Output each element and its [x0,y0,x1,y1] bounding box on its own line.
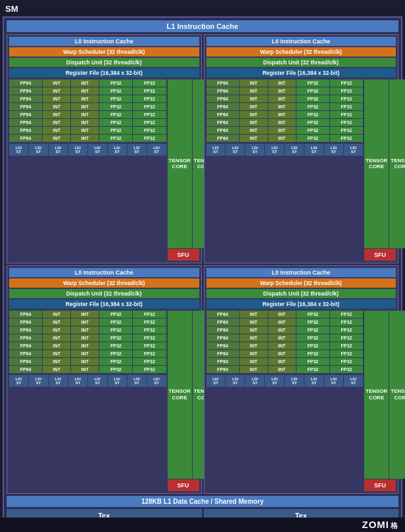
cu-row: FP64INTINTFP32FP32 [9,87,166,95]
sfu-0: SFU [168,249,199,261]
cu-row: FP64INTINTFP32FP32 [206,87,364,95]
cu-row: FP64INTINTFP32FP32 [206,135,364,142]
footer-bar: ZOMI格 [0,518,405,532]
cu-row: FP64INTINTFP32FP32 [9,135,166,142]
l0-cache-1: L0 Instruction Cache [206,37,396,46]
ldst-sfu-row-3: LD/ST LD/ST LD/ST LD/ST LD/ST LD/ST LD/S… [206,375,364,387]
dispatch-unit-3: Dispatch Unit (32 thread/clk) [206,289,396,298]
cu-row: FP64INTINTFP32FP32 [9,358,166,365]
zomi-logo: ZOMI格 [362,519,399,531]
warp-scheduler-2: Warp Scheduler (32 thread/clk) [9,278,199,288]
cu-row: FP64INTINTFP32FP32 [9,119,166,126]
cu-row: FP64INTINTFP32FP32 [206,326,364,334]
cu-row: FP64INTINTFP32FP32 [206,127,364,134]
register-file-2: Register File (16,384 x 32-bit) [9,299,199,309]
ldst-sfu-row-2: LD/ST LD/ST LD/ST LD/ST LD/ST LD/ST LD/S… [9,375,166,387]
warp-scheduler-1: Warp Scheduler (32 thread/clk) [206,47,396,56]
cu-row: FP64INTINTFP32FP32 [206,119,364,126]
register-file-0: Register File (16,384 x 32-bit) [9,68,199,78]
quadrant-0: L0 Instruction Cache Warp Scheduler (32 … [7,34,202,263]
cu-row: FP64INTINTFP32FP32 [9,326,166,334]
cu-row: FP64INTINTFP32FP32 [206,95,364,102]
cu-row: FP64INTINTFP32FP32 [206,350,364,357]
l0-cache-3: L0 Instruction Cache [206,268,396,277]
tensor-core-3a: TENSORCORE [364,311,389,479]
quadrant-1: L0 Instruction Cache Warp Scheduler (32 … [204,34,399,263]
cu-row: FP64INTINTFP32FP32 [9,127,166,134]
cu-row: FP64INTINTFP32FP32 [9,111,166,118]
tensor-core-0a: TENSORCORE [168,79,192,248]
sm-container: L1 Instruction Cache L0 Instruction Cach… [3,16,402,526]
cu-row: FP64INTINTFP32FP32 [206,111,364,118]
cu-row: FP64INTINTFP32FP32 [206,334,364,342]
l1-data-cache: 128KB L1 Data Cache / Shared Memory [7,496,398,507]
quadrant-3: L0 Instruction Cache Warp Scheduler (32 … [204,265,399,495]
sm-label: SM [3,3,402,15]
warp-scheduler-0: Warp Scheduler (32 thread/clk) [9,47,199,56]
register-file-1: Register File (16,384 x 32-bit) [206,68,396,78]
cu-row: FP64INTINTFP32FP32 [9,103,166,110]
cu-row: FP64INTINTFP32FP32 [206,366,364,373]
l1-instruction-cache-top: L1 Instruction Cache [7,20,398,32]
dispatch-unit-0: Dispatch Unit (32 thread/clk) [9,58,199,67]
ldst-sfu-row-0: LD/ST LD/ST LD/ST LD/ST LD/ST LD/ST LD/S… [9,144,166,156]
sfu-2: SFU [168,479,199,491]
cu-row: FP64INTINTFP32FP32 [206,342,364,349]
cu-row: FP64INTINTFP32FP32 [9,350,166,357]
cu-row: FP64INTINTFP32FP32 [206,311,364,318]
sfu-3: SFU [364,479,396,491]
cu-row: FP64INTINTFP32FP32 [9,319,166,326]
quadrants-grid: L0 Instruction Cache Warp Scheduler (32 … [7,34,398,494]
warp-scheduler-3: Warp Scheduler (32 thread/clk) [206,278,396,288]
cu-row: FP64INTINTFP32FP32 [206,103,364,110]
cu-row: FP64INTINTFP32FP32 [9,79,166,87]
cu-row: FP64INTINTFP32FP32 [9,334,166,342]
tensor-core-1a: TENSORCORE [364,79,389,248]
cu-row: FP64INTINTFP32FP32 [9,311,166,318]
cu-row: FP64INTINTFP32FP32 [206,319,364,326]
cu-row: FP64INTINTFP32FP32 [206,79,364,87]
tensor-core-3b: TENSORCORE [389,311,405,479]
dispatch-unit-1: Dispatch Unit (32 thread/clk) [206,58,396,67]
sfu-1: SFU [364,249,396,261]
cu-row: FP64INTINTFP32FP32 [9,342,166,349]
ldst-sfu-row-1: LD/ST LD/ST LD/ST LD/ST LD/ST LD/ST LD/S… [206,144,364,156]
cu-row: FP64INTINTFP32FP32 [9,95,166,102]
tensor-core-1b: TENSORCORE [389,79,405,248]
register-file-3: Register File (16,384 x 32-bit) [206,299,396,309]
cu-row: FP64INTINTFP32FP32 [206,358,364,365]
tensor-core-2a: TENSORCORE [168,311,192,479]
l0-cache-0: L0 Instruction Cache [9,37,199,46]
cu-row: FP64INTINTFP32FP32 [9,366,166,373]
dispatch-unit-2: Dispatch Unit (32 thread/clk) [9,289,199,298]
l0-cache-2: L0 Instruction Cache [9,268,199,277]
quadrant-2: L0 Instruction Cache Warp Scheduler (32 … [7,265,202,495]
